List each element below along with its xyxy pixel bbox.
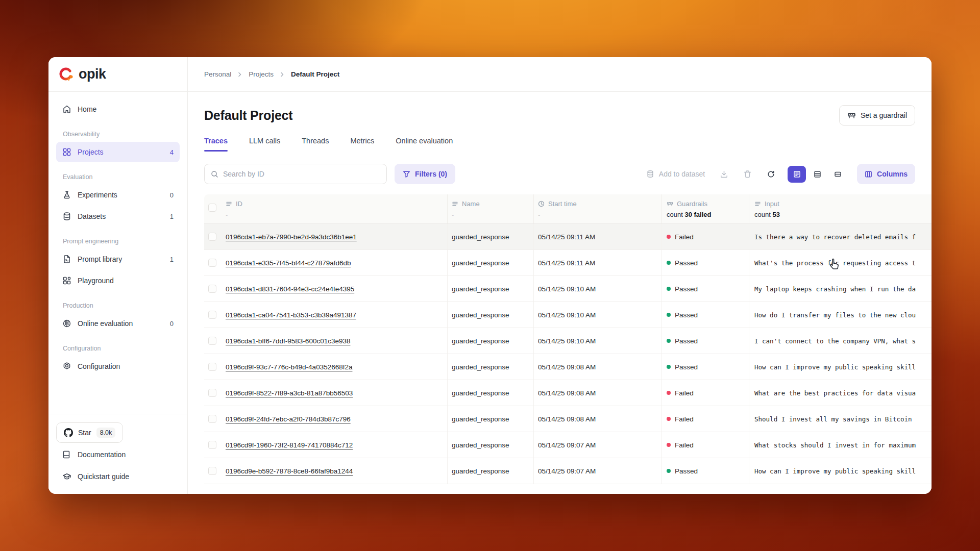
trace-id-link[interactable]: 0196cd9f-8522-7f89-a3cb-81a87bb56503 [226,389,353,397]
row-checkbox[interactable] [208,259,216,267]
sidebar-item-home[interactable]: Home [56,99,180,119]
sidebar-item-label: Configuration [78,362,120,370]
row-checkbox[interactable] [208,285,216,293]
guardrail-status-dot [667,469,671,473]
column-subheader: count 53 [754,211,932,218]
trace-id-link[interactable]: 0196cda1-ca04-7541-b353-c3b39a491387 [226,311,356,319]
table-row[interactable]: 0196cda1-eb7a-7990-be2d-9a3dc36b1ee1 gua… [204,224,932,250]
logo-row[interactable]: opik [48,57,187,92]
sidebar-item-experiments[interactable]: Experiments 0 [56,185,180,205]
table-row[interactable]: 0196cd9f-93c7-776c-b49d-4a0352668f2a gua… [204,354,932,380]
tab-llm-calls[interactable]: LLM calls [249,137,280,152]
table-row[interactable]: 0196cda1-d831-7604-94e3-cc24e4fe4395 gua… [204,276,932,302]
row-checkbox[interactable] [208,311,216,319]
sidebar-item-datasets[interactable]: Datasets 1 [56,206,180,227]
download-icon [720,170,728,179]
sidebar-item-documentation[interactable]: Documentation [56,444,180,465]
density-large-button[interactable] [788,166,806,183]
main-panel: Personal Projects Default Project Defaul… [188,57,932,494]
search-box[interactable] [204,164,387,184]
breadcrumb-projects[interactable]: Projects [249,70,274,78]
funnel-icon [403,170,410,178]
row-checkbox[interactable] [208,337,216,345]
tab-traces[interactable]: Traces [204,137,228,152]
trace-input: My laptop keeps crashing when I run the … [749,276,932,302]
trace-start-time: 05/14/25 09:08 AM [534,380,662,406]
tab-metrics[interactable]: Metrics [350,137,374,152]
table-row[interactable]: 0196cda1-bff6-7ddf-9583-600c01c3e938 gua… [204,328,932,354]
trace-start-time: 05/14/25 09:07 AM [534,458,662,484]
trace-input: What's the process for requesting access… [749,250,932,276]
trace-id-link[interactable]: 0196cda1-eb7a-7990-be2d-9a3dc36b1ee1 [226,233,357,241]
column-header-id[interactable]: ID [226,200,447,208]
table-row[interactable]: 0196cd9f-24fd-7ebc-a2f0-784d3b87c796 gua… [204,406,932,432]
trace-start-time: 05/14/25 09:07 AM [534,432,662,458]
row-checkbox[interactable] [208,441,216,449]
trace-id-link[interactable]: 0196cda1-e335-7f45-bf44-c27879afd6db [226,259,351,267]
row-checkbox[interactable] [208,389,216,397]
sidebar-item-playground[interactable]: Playground [56,270,180,291]
breadcrumb-personal[interactable]: Personal [204,70,231,78]
guardrail-status-dot [667,313,671,317]
sidebar-item-count: 1 [170,213,174,220]
export-button[interactable] [714,164,733,184]
column-header-input[interactable]: Input [754,200,932,208]
density-medium-icon [814,170,821,178]
row-checkbox[interactable] [208,233,216,241]
text-rows-icon [754,201,761,207]
density-small-icon [834,170,842,178]
table-row[interactable]: 0196cda1-ca04-7541-b353-c3b39a491387 gua… [204,302,932,328]
select-all-checkbox[interactable] [208,204,216,212]
sidebar-section-observability: Observability [56,120,180,142]
table-row[interactable]: 0196cd9f-8522-7f89-a3cb-81a87bb56503 gua… [204,380,932,406]
trace-input: What are the best practices for data vis… [749,380,932,406]
delete-button[interactable] [738,164,757,184]
search-icon [211,170,218,178]
set-guardrail-button[interactable]: Set a guardrail [839,105,915,126]
tab-online-evaluation[interactable]: Online evaluation [396,137,453,152]
row-checkbox[interactable] [208,363,216,371]
add-to-dataset-button[interactable]: Add to dataset [641,164,710,184]
column-header-guardrails[interactable]: Guardrails [667,200,749,208]
github-star-button[interactable]: Star 8.0k [56,422,123,443]
trace-id-link[interactable]: 0196cd9f-1960-73f2-8149-74170884c712 [226,441,353,449]
column-header-start-time[interactable]: Start time [538,200,661,208]
refresh-button[interactable] [761,164,780,184]
trace-start-time: 05/14/25 09:11 AM [534,224,662,249]
sidebar-item-online-evaluation[interactable]: Online evaluation 0 [56,313,180,334]
sidebar-item-quickstart-guide[interactable]: Quickstart guide [56,466,180,487]
row-checkbox[interactable] [208,467,216,475]
chevron-right-icon [279,71,286,78]
filters-button[interactable]: Filters (0) [395,164,455,184]
sidebar-item-projects[interactable]: Projects 4 [56,142,180,162]
guardrail-status: Passed [675,363,698,371]
search-input[interactable] [223,170,380,178]
tab-threads[interactable]: Threads [302,137,329,152]
trace-id-link[interactable]: 0196cda1-bff6-7ddf-9583-600c01c3e938 [226,337,350,345]
column-header-name[interactable]: Name [452,200,533,208]
book-icon [62,450,71,459]
sidebar: opik Home Observability Projects 4 Evalu… [48,57,188,494]
table-row[interactable]: 0196cd9f-1960-73f2-8149-74170884c712 gua… [204,432,932,458]
sidebar-item-configuration[interactable]: Configuration [56,356,180,377]
trace-id-link[interactable]: 0196cd9f-24fd-7ebc-a2f0-784d3b87c796 [226,415,351,423]
trace-id-link[interactable]: 0196cd9e-b592-7878-8ce8-66faf9ba1244 [226,467,353,475]
density-medium-button[interactable] [808,166,826,183]
row-density-toggle [788,166,847,183]
guardrail-status: Passed [675,285,698,293]
table-row[interactable]: 0196cd9e-b592-7878-8ce8-66faf9ba1244 gua… [204,458,932,484]
trace-id-link[interactable]: 0196cda1-d831-7604-94e3-cc24e4fe4395 [226,285,354,293]
density-small-button[interactable] [828,166,847,183]
sidebar-item-prompt-library[interactable]: Prompt library 1 [56,249,180,269]
row-checkbox[interactable] [208,415,216,423]
table-row[interactable]: 0196cda1-e335-7f45-bf44-c27879afd6db gua… [204,250,932,276]
opik-wordmark: opik [79,66,106,82]
trace-id-link[interactable]: 0196cd9f-93c7-776c-b49d-4a0352668f2a [226,363,352,371]
trace-start-time: 05/14/25 09:08 AM [534,354,662,380]
guardrail-status: Passed [675,259,698,267]
trace-input: I can't connect to the company VPN, what… [749,328,932,354]
breadcrumb: Personal Projects Default Project [188,57,932,92]
columns-button[interactable]: Columns [857,164,915,184]
column-subheader: count 30 failed [667,211,749,218]
trace-input: Is there a way to recover deleted emails… [749,224,932,249]
